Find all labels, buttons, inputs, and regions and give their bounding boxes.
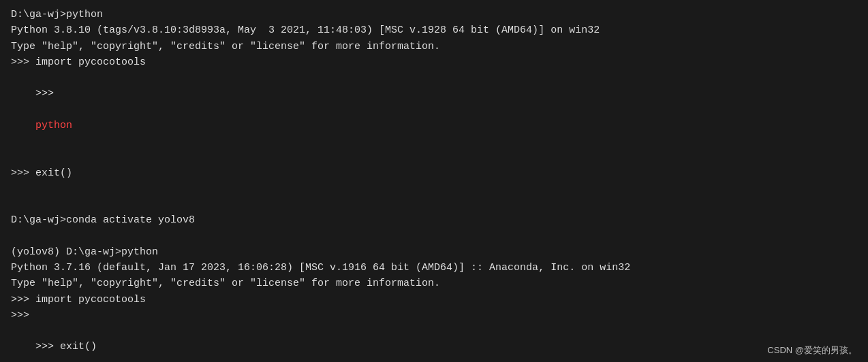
blank-line	[11, 181, 857, 197]
terminal-window: D:\ga-wj>python Python 3.8.10 (tags/v3.8…	[0, 0, 868, 362]
line-text: Python 3.7.16 (default, Jan 17 2023, 16:…	[11, 262, 630, 274]
terminal-line: >>> exit()	[11, 165, 857, 181]
terminal-line: >>> import pycocotools	[11, 292, 857, 308]
terminal-line: D:\ga-wj>conda activate yolov8	[11, 212, 857, 228]
line-text: >>> import pycocotools	[11, 56, 146, 68]
terminal-line: >>> exit() Anaconda	[11, 323, 857, 362]
terminal-line: Type "help", "copyright", "credits" or "…	[11, 276, 857, 291]
line-text: >>> exit()	[35, 341, 97, 352]
terminal-line: >>> python	[11, 70, 857, 149]
watermark: CSDN @爱笑的男孩。	[767, 344, 857, 357]
terminal-line: Python 3.7.16 (default, Jan 17 2023, 16:…	[11, 260, 857, 276]
line-text: Type "help", "copyright", "credits" or "…	[11, 278, 440, 289]
annotation-python: python	[35, 120, 72, 131]
line-text: >>>	[35, 88, 54, 99]
line-text: (yolov8) D:\ga-wj>python	[11, 246, 158, 258]
terminal-line: D:\ga-wj>python	[11, 7, 857, 22]
line-text: Type "help", "copyright", "credits" or "…	[11, 41, 440, 52]
line-text: D:\ga-wj>conda activate yolov8	[11, 214, 195, 226]
terminal-line: >>>	[11, 308, 857, 323]
line-text: Python 3.8.10 (tags/v3.8.10:3d8993a, May…	[11, 24, 600, 36]
blank-line	[11, 149, 857, 165]
terminal-line: Type "help", "copyright", "credits" or "…	[11, 39, 857, 54]
terminal-line: Python 3.8.10 (tags/v3.8.10:3d8993a, May…	[11, 22, 857, 38]
line-text: D:\ga-wj>python	[11, 9, 103, 20]
line-text: >>>	[11, 310, 29, 321]
blank-line	[11, 229, 857, 244]
line-text: >>> exit()	[11, 167, 72, 179]
terminal-line: (yolov8) D:\ga-wj>python	[11, 244, 857, 260]
line-text: >>> import pycocotools	[11, 294, 146, 306]
terminal-line: >>> import pycocotools	[11, 54, 857, 70]
blank-line	[11, 197, 857, 212]
